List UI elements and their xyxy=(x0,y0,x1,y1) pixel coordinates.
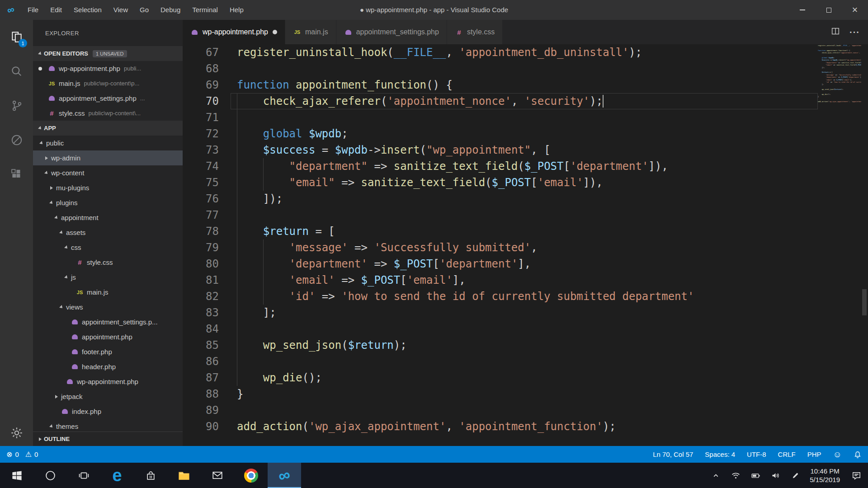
folder-mu-plugins[interactable]: mu-plugins xyxy=(33,180,183,195)
taskbar-task-view-icon[interactable] xyxy=(67,463,100,488)
code-line-80[interactable]: 80 'department' => $_POST['department'], xyxy=(183,256,868,272)
code-line-77[interactable]: 77 xyxy=(183,207,868,223)
code-line-73[interactable]: 73 $success = $wpdb->insert("wp_appointm… xyxy=(183,142,868,158)
code-line-68[interactable]: 68 xyxy=(183,61,868,77)
open-editor-appointment-settings-php[interactable]: appointment_settings.php... xyxy=(33,91,183,106)
folder-section-header[interactable]: APP xyxy=(33,121,183,136)
folder-js[interactable]: js xyxy=(33,270,183,285)
status-encoding[interactable]: UTF-8 xyxy=(747,450,766,458)
menu-go[interactable]: Go xyxy=(134,0,155,20)
file-wp-appointment-php[interactable]: wp-appointment.php xyxy=(33,374,183,389)
code-line-79[interactable]: 79 'message' => 'Successfully submitted'… xyxy=(183,239,868,256)
tray-network-icon[interactable] xyxy=(726,471,745,480)
vscode-logo-icon[interactable]: ∞ xyxy=(0,4,22,16)
status-problems[interactable]: ⊗ 0 ⚠ 0 xyxy=(6,450,38,458)
taskbar-start-icon[interactable] xyxy=(0,463,33,488)
menu-help[interactable]: Help xyxy=(224,0,250,20)
menu-view[interactable]: View xyxy=(108,0,134,20)
open-editor-style-css[interactable]: #style.csspublic\wp-content\... xyxy=(33,106,183,121)
file-footer-php[interactable]: footer.php xyxy=(33,344,183,359)
status-indentation[interactable]: Spaces: 4 xyxy=(705,450,735,458)
notifications-bell-icon[interactable] xyxy=(854,450,862,459)
code-line-88[interactable]: 88} xyxy=(183,386,868,402)
taskbar-search-icon[interactable] xyxy=(33,463,67,488)
folder-views[interactable]: views xyxy=(33,300,183,314)
status-cursor-position[interactable]: Ln 70, Col 57 xyxy=(653,450,693,458)
open-editor-main-js[interactable]: JSmain.jspublic\wp-content\p... xyxy=(33,76,183,91)
status-eol[interactable]: CRLF xyxy=(778,450,796,458)
folder-wp-content[interactable]: wp-content xyxy=(33,165,183,180)
tab-wp-appointment-php[interactable]: wp-appointment.php xyxy=(183,20,285,44)
minimize-button[interactable] xyxy=(789,0,816,20)
activity-extensions-icon[interactable] xyxy=(0,157,33,192)
folder-plugins[interactable]: plugins xyxy=(33,195,183,210)
taskbar-edge-icon[interactable]: e xyxy=(100,463,134,488)
code-line-71[interactable]: 71 xyxy=(183,109,868,126)
file-appointment-settings-p[interactable]: appointment_settings.p... xyxy=(33,314,183,329)
menu-selection[interactable]: Selection xyxy=(68,0,108,20)
code-line-78[interactable]: 78 $return = [ xyxy=(183,223,868,239)
code-line-74[interactable]: 74 "department" => sanitize_text_field($… xyxy=(183,158,868,174)
code-line-87[interactable]: 87 wp_die(); xyxy=(183,370,868,386)
folder-appointment[interactable]: appointment xyxy=(33,210,183,225)
file-appointment-php[interactable]: appointment.php xyxy=(33,329,183,344)
settings-gear-icon[interactable] xyxy=(0,426,33,440)
open-editor-wp-appointment-php[interactable]: wp-appointment.phppubli... xyxy=(33,61,183,76)
minimap[interactable]: register_uninstall_hook(__FILE__, 'appoi… xyxy=(818,44,861,446)
maximize-button[interactable] xyxy=(816,0,842,20)
file-header-php[interactable]: header.php xyxy=(33,359,183,374)
feedback-smiley-icon[interactable]: ☺ xyxy=(833,450,842,460)
activity-debug-icon[interactable] xyxy=(0,123,33,157)
code-line-67[interactable]: 67register_uninstall_hook(__FILE__, 'app… xyxy=(183,44,868,61)
folder-public[interactable]: public xyxy=(33,136,183,150)
taskbar-clock[interactable]: 10:46 PM 5/15/2019 xyxy=(805,467,844,484)
tray-chevron-up-icon[interactable] xyxy=(706,472,726,479)
code-line-69[interactable]: 69function appointment_function() { xyxy=(183,77,868,93)
file-main-js[interactable]: JSmain.js xyxy=(33,285,183,300)
activity-explorer-icon[interactable]: 1 xyxy=(0,20,33,54)
folder-jetpack[interactable]: jetpack xyxy=(33,389,183,404)
taskbar-store-icon[interactable] xyxy=(134,463,167,488)
menu-edit[interactable]: Edit xyxy=(44,0,68,20)
file-index-php[interactable]: index.php xyxy=(33,404,183,419)
taskbar-file-explorer-icon[interactable] xyxy=(167,463,201,488)
status-language-mode[interactable]: PHP xyxy=(807,450,821,458)
open-editors-header[interactable]: OPEN EDITORS 1 UNSAVED xyxy=(33,46,183,61)
scrollbar-thumb[interactable] xyxy=(862,289,867,315)
taskbar-vscode-icon[interactable]: ∞ xyxy=(268,463,301,488)
tab-main-js[interactable]: JSmain.js xyxy=(285,20,336,44)
code-line-75[interactable]: 75 "email" => sanitize_text_field($_POST… xyxy=(183,174,868,191)
activity-search-icon[interactable] xyxy=(0,54,33,89)
folder-wp-admin[interactable]: wp-admin xyxy=(33,150,183,165)
code-line-86[interactable]: 86 xyxy=(183,353,868,370)
code-line-83[interactable]: 83 ]; xyxy=(183,305,868,321)
code-line-89[interactable]: 89 xyxy=(183,402,868,418)
code-line-70[interactable]: 70 check_ajax_referer('appointment_nonce… xyxy=(183,93,868,109)
code-line-76[interactable]: 76 ]); xyxy=(183,191,868,207)
code-line-84[interactable]: 84 xyxy=(183,321,868,337)
menu-debug[interactable]: Debug xyxy=(155,0,186,20)
taskbar-mail-icon[interactable] xyxy=(201,463,234,488)
activity-source-control-icon[interactable] xyxy=(0,89,33,123)
menu-file[interactable]: File xyxy=(22,0,44,20)
code-line-82[interactable]: 82 'id' => 'how to send the id of curren… xyxy=(183,288,868,305)
folder-assets[interactable]: assets xyxy=(33,225,183,240)
action-center-icon[interactable] xyxy=(844,470,868,481)
code-line-72[interactable]: 72 global $wpdb; xyxy=(183,126,868,142)
more-actions-icon[interactable]: ··· xyxy=(849,27,860,38)
tray-pen-icon[interactable] xyxy=(785,471,805,480)
outline-section-header[interactable]: OUTLINE xyxy=(33,432,183,446)
taskbar-chrome-icon[interactable] xyxy=(234,463,268,488)
code-line-81[interactable]: 81 'email' => $_POST['email'], xyxy=(183,272,868,288)
menu-terminal[interactable]: Terminal xyxy=(186,0,224,20)
tray-volume-icon[interactable] xyxy=(765,471,785,480)
code-line-85[interactable]: 85 wp_send_json($return); xyxy=(183,337,868,353)
code-line-90[interactable]: 90add_action('wp_ajax_appointment', 'app… xyxy=(183,418,868,435)
tray-battery-icon[interactable] xyxy=(745,471,765,480)
split-editor-icon[interactable] xyxy=(830,26,840,38)
file-style-css[interactable]: #style.css xyxy=(33,255,183,270)
tab-style-css[interactable]: #style.css xyxy=(447,20,503,44)
folder-css[interactable]: css xyxy=(33,240,183,255)
tab-appointment-settings-php[interactable]: appointment_settings.php xyxy=(336,20,447,44)
code-editor[interactable]: 67register_uninstall_hook(__FILE__, 'app… xyxy=(183,44,868,446)
